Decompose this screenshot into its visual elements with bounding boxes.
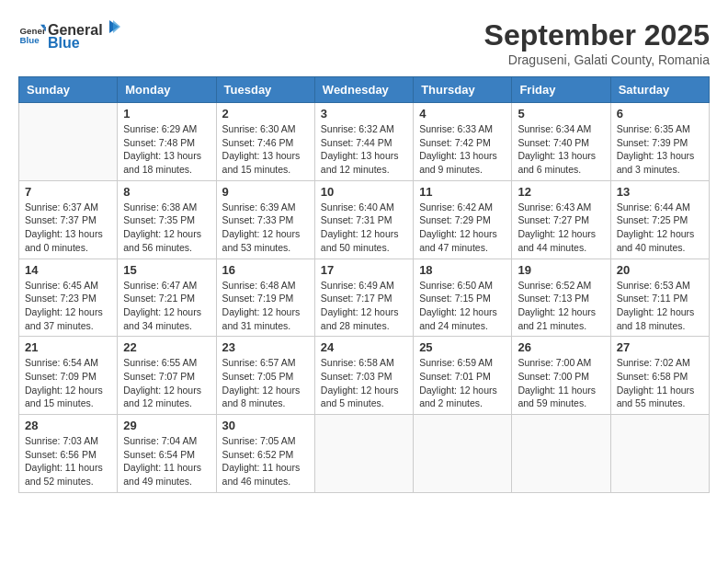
day-info: Sunrise: 6:45 AMSunset: 7:23 PMDaylight:… <box>25 279 111 333</box>
day-info: Sunrise: 6:34 AMSunset: 7:40 PMDaylight:… <box>518 122 604 177</box>
logo: General Blue General Blue <box>18 18 121 52</box>
day-info: Sunrise: 6:53 AMSunset: 7:11 PMDaylight:… <box>617 279 703 333</box>
calendar-week-row: 14Sunrise: 6:45 AMSunset: 7:23 PMDayligh… <box>19 259 710 337</box>
day-number: 9 <box>222 185 309 199</box>
calendar-week-row: 28Sunrise: 7:03 AMSunset: 6:56 PMDayligh… <box>19 415 710 493</box>
calendar-cell <box>19 103 118 181</box>
day-info: Sunrise: 7:02 AMSunset: 6:58 PMDaylight:… <box>617 356 703 410</box>
weekday-header-monday: Monday <box>118 77 216 103</box>
calendar-cell: 12Sunrise: 6:43 AMSunset: 7:27 PMDayligh… <box>512 180 610 259</box>
day-number: 5 <box>518 107 604 121</box>
day-info: Sunrise: 7:00 AMSunset: 7:00 PMDaylight:… <box>518 356 604 410</box>
svg-text:General: General <box>20 26 47 36</box>
day-number: 14 <box>25 263 111 277</box>
day-info: Sunrise: 7:04 AMSunset: 6:54 PMDaylight:… <box>123 434 210 488</box>
day-info: Sunrise: 6:35 AMSunset: 7:39 PMDaylight:… <box>617 122 703 177</box>
weekday-header-friday: Friday <box>512 77 610 103</box>
calendar-cell: 18Sunrise: 6:50 AMSunset: 7:15 PMDayligh… <box>414 259 512 337</box>
calendar-cell: 17Sunrise: 6:49 AMSunset: 7:17 PMDayligh… <box>314 259 413 337</box>
day-number: 7 <box>25 185 111 199</box>
calendar-cell: 30Sunrise: 7:05 AMSunset: 6:52 PMDayligh… <box>216 415 314 493</box>
calendar-cell: 25Sunrise: 6:59 AMSunset: 7:01 PMDayligh… <box>414 337 512 415</box>
day-info: Sunrise: 6:59 AMSunset: 7:01 PMDaylight:… <box>419 356 506 410</box>
calendar-cell: 22Sunrise: 6:55 AMSunset: 7:07 PMDayligh… <box>118 337 216 415</box>
day-number: 1 <box>123 107 210 121</box>
day-number: 12 <box>518 185 604 199</box>
calendar-cell: 8Sunrise: 6:38 AMSunset: 7:35 PMDaylight… <box>118 180 216 259</box>
calendar-cell: 5Sunrise: 6:34 AMSunset: 7:40 PMDaylight… <box>512 103 610 181</box>
day-info: Sunrise: 6:50 AMSunset: 7:15 PMDaylight:… <box>419 279 506 333</box>
calendar-cell: 1Sunrise: 6:29 AMSunset: 7:48 PMDaylight… <box>118 103 216 181</box>
day-number: 2 <box>222 107 309 121</box>
day-number: 10 <box>321 185 407 199</box>
calendar-cell: 6Sunrise: 6:35 AMSunset: 7:39 PMDaylight… <box>610 103 709 181</box>
weekday-header-row: SundayMondayTuesdayWednesdayThursdayFrid… <box>19 77 710 103</box>
day-number: 16 <box>222 263 309 277</box>
calendar-week-row: 7Sunrise: 6:37 AMSunset: 7:37 PMDaylight… <box>19 180 710 259</box>
calendar-cell: 21Sunrise: 6:54 AMSunset: 7:09 PMDayligh… <box>19 337 118 415</box>
calendar-cell: 9Sunrise: 6:39 AMSunset: 7:33 PMDaylight… <box>216 180 314 259</box>
day-number: 6 <box>617 107 703 121</box>
weekday-header-sunday: Sunday <box>19 77 118 103</box>
title-section: September 2025 Draguseni, Galati County,… <box>484 18 710 67</box>
calendar-cell: 19Sunrise: 6:52 AMSunset: 7:13 PMDayligh… <box>512 259 610 337</box>
calendar-cell: 20Sunrise: 6:53 AMSunset: 7:11 PMDayligh… <box>610 259 709 337</box>
day-number: 17 <box>321 263 407 277</box>
day-info: Sunrise: 6:32 AMSunset: 7:44 PMDaylight:… <box>321 122 407 177</box>
day-info: Sunrise: 6:37 AMSunset: 7:37 PMDaylight:… <box>25 201 111 255</box>
day-info: Sunrise: 6:38 AMSunset: 7:35 PMDaylight:… <box>123 201 210 255</box>
day-number: 19 <box>518 263 604 277</box>
day-info: Sunrise: 6:44 AMSunset: 7:25 PMDaylight:… <box>617 201 703 255</box>
day-number: 8 <box>123 185 210 199</box>
logo-icon: General Blue <box>18 21 46 49</box>
day-info: Sunrise: 6:40 AMSunset: 7:31 PMDaylight:… <box>321 201 407 255</box>
day-number: 28 <box>25 419 111 432</box>
day-number: 3 <box>321 107 407 121</box>
day-info: Sunrise: 6:58 AMSunset: 7:03 PMDaylight:… <box>321 356 407 410</box>
calendar-cell: 10Sunrise: 6:40 AMSunset: 7:31 PMDayligh… <box>314 180 413 259</box>
day-number: 4 <box>419 107 506 121</box>
svg-marker-5 <box>113 20 120 33</box>
page-header: General Blue General Blue September 2025… <box>18 18 710 67</box>
calendar-cell: 2Sunrise: 6:30 AMSunset: 7:46 PMDaylight… <box>216 103 314 181</box>
calendar-cell: 4Sunrise: 6:33 AMSunset: 7:42 PMDaylight… <box>414 103 512 181</box>
svg-text:Blue: Blue <box>20 35 40 45</box>
calendar-week-row: 21Sunrise: 6:54 AMSunset: 7:09 PMDayligh… <box>19 337 710 415</box>
day-number: 13 <box>617 185 703 199</box>
day-info: Sunrise: 6:49 AMSunset: 7:17 PMDaylight:… <box>321 279 407 333</box>
day-info: Sunrise: 6:33 AMSunset: 7:42 PMDaylight:… <box>419 122 506 177</box>
weekday-header-wednesday: Wednesday <box>314 77 413 103</box>
calendar-cell: 27Sunrise: 7:02 AMSunset: 6:58 PMDayligh… <box>610 337 709 415</box>
calendar-cell <box>512 415 610 493</box>
day-number: 11 <box>419 185 506 199</box>
day-info: Sunrise: 7:05 AMSunset: 6:52 PMDaylight:… <box>222 434 309 488</box>
day-info: Sunrise: 6:29 AMSunset: 7:48 PMDaylight:… <box>123 122 210 177</box>
day-number: 21 <box>25 340 111 354</box>
weekday-header-tuesday: Tuesday <box>216 77 314 103</box>
day-number: 26 <box>518 340 604 354</box>
calendar-cell <box>314 415 413 493</box>
calendar-cell: 23Sunrise: 6:57 AMSunset: 7:05 PMDayligh… <box>216 337 314 415</box>
calendar-cell <box>610 415 709 493</box>
calendar-cell: 15Sunrise: 6:47 AMSunset: 7:21 PMDayligh… <box>118 259 216 337</box>
calendar-table: SundayMondayTuesdayWednesdayThursdayFrid… <box>18 76 710 493</box>
day-number: 27 <box>617 340 703 354</box>
calendar-cell: 7Sunrise: 6:37 AMSunset: 7:37 PMDaylight… <box>19 180 118 259</box>
weekday-header-saturday: Saturday <box>610 77 709 103</box>
weekday-header-thursday: Thursday <box>414 77 512 103</box>
day-info: Sunrise: 6:30 AMSunset: 7:46 PMDaylight:… <box>222 122 309 177</box>
day-number: 18 <box>419 263 506 277</box>
day-info: Sunrise: 6:54 AMSunset: 7:09 PMDaylight:… <box>25 356 111 410</box>
calendar-cell: 11Sunrise: 6:42 AMSunset: 7:29 PMDayligh… <box>414 180 512 259</box>
day-info: Sunrise: 6:48 AMSunset: 7:19 PMDaylight:… <box>222 279 309 333</box>
day-number: 20 <box>617 263 703 277</box>
calendar-cell: 29Sunrise: 7:04 AMSunset: 6:54 PMDayligh… <box>118 415 216 493</box>
calendar-cell: 3Sunrise: 6:32 AMSunset: 7:44 PMDaylight… <box>314 103 413 181</box>
calendar-cell: 26Sunrise: 7:00 AMSunset: 7:00 PMDayligh… <box>512 337 610 415</box>
day-info: Sunrise: 6:57 AMSunset: 7:05 PMDaylight:… <box>222 356 309 410</box>
calendar-cell: 28Sunrise: 7:03 AMSunset: 6:56 PMDayligh… <box>19 415 118 493</box>
calendar-cell: 16Sunrise: 6:48 AMSunset: 7:19 PMDayligh… <box>216 259 314 337</box>
logo-arrow-icon <box>104 18 120 35</box>
day-number: 23 <box>222 340 309 354</box>
month-year-title: September 2025 <box>484 18 710 52</box>
